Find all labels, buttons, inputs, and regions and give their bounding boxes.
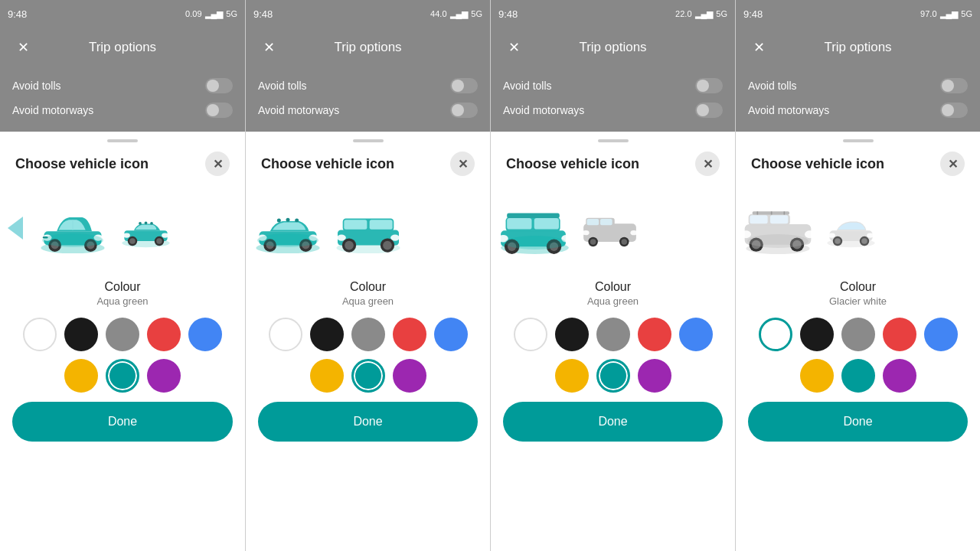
colour-gray-4[interactable] [841,318,875,351]
svg-point-24 [277,218,281,222]
avoid-motorways-toggle-1[interactable] [205,103,233,118]
vehicle-convertible-2[interactable] [246,204,330,253]
svg-point-38 [337,234,346,240]
colour-red-4[interactable] [883,318,916,351]
done-button-1[interactable]: Done [12,402,233,442]
settings-area-3: Avoid tolls Avoid motorways [491,67,735,132]
svg-point-84 [867,233,874,237]
panel-4: 9:48 97.0 ▂▄▆ 5G ✕ Trip options Avoid to… [735,0,980,551]
avoid-tolls-toggle-2[interactable] [450,78,478,93]
avoid-tolls-toggle-1[interactable] [205,78,233,93]
status-icons-2: 44.0 ▂▄▆ 5G [430,9,482,19]
colour-blue-2[interactable] [434,318,468,351]
time-3: 9:48 [498,8,518,20]
vehicle-suv-3[interactable] [491,201,579,256]
top-bar-2: ✕ Trip options [246,28,490,67]
sheet-close-1[interactable]: ✕ [205,152,230,176]
colour-red-3[interactable] [638,318,671,351]
colour-purple-4[interactable] [883,359,916,393]
panel-1: 9:48 0.09 ▂▄▆ 5G ✕ Trip options Avoid to… [0,0,245,551]
done-button-4[interactable]: Done [748,402,968,442]
colour-red-2[interactable] [393,318,426,351]
colour-black-3[interactable] [555,318,589,351]
svg-point-72 [805,230,815,238]
colour-white-3[interactable] [514,318,547,351]
top-bar-title-4: Trip options [769,40,946,55]
colour-blue-1[interactable] [188,318,222,351]
vehicle-van-4[interactable] [736,202,820,254]
colour-blue-4[interactable] [924,318,958,351]
vehicle-van-3[interactable] [579,204,640,253]
colour-black-1[interactable] [64,318,98,351]
svg-rect-37 [370,220,393,230]
colour-purple-1[interactable] [147,359,181,393]
vehicle-ev-4[interactable] [820,204,881,253]
sheet-close-3[interactable]: ✕ [695,152,720,176]
colour-yellow-2[interactable] [310,359,344,393]
colour-label-3: Colour [503,280,723,294]
svg-point-13 [139,222,142,225]
colour-teal-3[interactable] [596,359,630,393]
avoid-motorways-row-2: Avoid motorways [258,98,478,122]
colour-black-4[interactable] [800,318,834,351]
colour-yellow-1[interactable] [64,359,98,393]
svg-rect-70 [770,215,788,223]
colour-section-2: Colour Aqua green [246,274,490,310]
time-2: 9:48 [253,8,273,20]
svg-rect-48 [534,218,559,230]
svg-rect-59 [600,219,612,225]
svg-rect-47 [507,218,531,230]
svg-point-63 [590,239,596,245]
svg-point-60 [582,230,589,235]
colour-section-3: Colour Aqua green [491,274,735,310]
colour-value-2: Aqua green [258,295,478,307]
avoid-motorways-toggle-4[interactable] [940,103,968,118]
top-bar-close-4[interactable]: ✕ [748,37,769,58]
avoid-tolls-toggle-4[interactable] [940,78,968,93]
svg-rect-58 [586,219,599,225]
van-icon-3 [581,204,639,253]
colour-purple-3[interactable] [638,359,671,393]
colour-purple-2[interactable] [393,359,426,393]
colour-white-4[interactable] [759,318,792,351]
vehicle-sedan-1[interactable] [31,204,115,253]
svg-rect-69 [750,215,767,223]
colour-black-2[interactable] [310,318,344,351]
vehicle-scroll-4 [736,182,980,274]
vehicle-scroll-2 [246,182,490,274]
top-bar-close-1[interactable]: ✕ [12,37,34,58]
avoid-motorways-toggle-2[interactable] [450,103,478,118]
done-button-3[interactable]: Done [503,402,723,442]
colour-gray-2[interactable] [351,318,385,351]
colour-gray-3[interactable] [596,318,630,351]
status-icons-1: 0.09 ▂▄▆ 5G [185,9,237,19]
colour-teal-2[interactable] [351,359,385,393]
time-4: 9:48 [743,8,763,20]
settings-area-2: Avoid tolls Avoid motorways [246,67,490,132]
colour-blue-3[interactable] [679,318,713,351]
sheet-close-2[interactable]: ✕ [450,152,475,176]
top-bar-close-3[interactable]: ✕ [503,37,524,58]
colour-teal-1[interactable] [106,359,139,393]
colour-white-1[interactable] [23,318,57,351]
svg-point-15 [150,222,153,225]
top-bar-close-2[interactable]: ✕ [258,37,279,58]
settings-area-4: Avoid tolls Avoid motorways [736,67,980,132]
colour-yellow-4[interactable] [800,359,834,393]
sheet-title-1: Choose vehicle icon [15,156,149,172]
colour-teal-4[interactable] [841,359,875,393]
vehicle-convertible-1[interactable] [115,204,176,253]
avoid-motorways-toggle-3[interactable] [695,103,723,118]
svg-point-41 [345,240,354,249]
colour-gray-1[interactable] [106,318,139,351]
top-bar-4: ✕ Trip options [736,28,980,67]
sheet-close-4[interactable]: ✕ [940,152,965,176]
bottom-sheet-2: Choose vehicle icon ✕ [246,132,490,551]
done-button-2[interactable]: Done [258,402,478,442]
colour-white-2[interactable] [269,318,302,351]
colour-red-1[interactable] [147,318,181,351]
colour-yellow-3[interactable] [555,359,589,393]
colour-grid-3 [491,310,735,396]
vehicle-suv-2[interactable] [330,204,407,253]
avoid-tolls-toggle-3[interactable] [695,78,723,93]
